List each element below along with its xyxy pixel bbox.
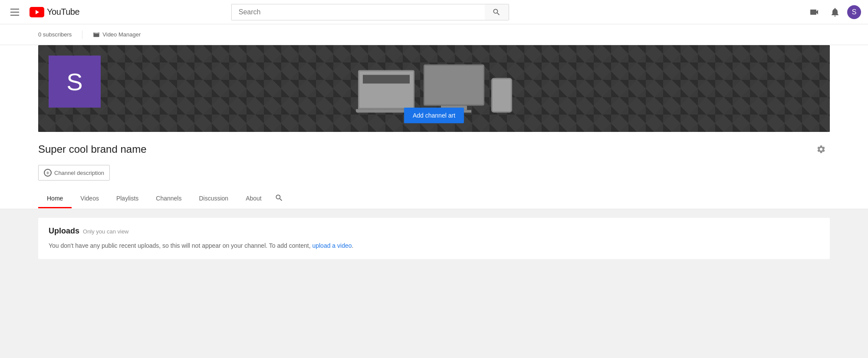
laptop-screen bbox=[358, 70, 414, 109]
youtube-logo[interactable]: YouTube bbox=[30, 7, 79, 17]
laptop-screen-inner bbox=[363, 75, 410, 84]
channel-banner: S Add channel art bbox=[38, 45, 830, 132]
uploads-header: Uploads Only you can view bbox=[49, 227, 819, 236]
tab-about[interactable]: About bbox=[237, 190, 270, 208]
uploads-visibility: Only you can view bbox=[83, 228, 129, 235]
upload-video-link[interactable]: upload a video bbox=[312, 242, 352, 249]
channel-tabs: Home Videos Playlists Channels Discussio… bbox=[38, 189, 830, 209]
tab-channels[interactable]: Channels bbox=[147, 190, 190, 208]
plus-circle-icon: + bbox=[44, 169, 52, 177]
bell-icon bbox=[830, 7, 840, 17]
film-icon bbox=[93, 31, 100, 38]
search-area bbox=[231, 4, 509, 20]
upload-video-button[interactable] bbox=[806, 3, 823, 21]
add-channel-art-button[interactable]: Add channel art bbox=[404, 108, 464, 123]
banner-devices bbox=[356, 65, 512, 113]
device-tv bbox=[424, 65, 484, 113]
header: YouTube S bbox=[0, 0, 868, 24]
notifications-button[interactable] bbox=[826, 3, 844, 21]
hamburger-menu-button[interactable] bbox=[7, 5, 23, 19]
youtube-wordmark: YouTube bbox=[47, 7, 79, 17]
uploads-message-pre: You don't have any public recent uploads… bbox=[49, 242, 311, 249]
user-avatar[interactable]: S bbox=[847, 5, 861, 19]
tab-discussion[interactable]: Discussion bbox=[190, 190, 237, 208]
search-icon bbox=[492, 8, 501, 16]
channel-name-row: Super cool brand name bbox=[38, 141, 830, 158]
sub-header-divider bbox=[82, 30, 82, 39]
channel-name: Super cool brand name bbox=[38, 143, 147, 155]
sub-header: 0 subscribers Video Manager bbox=[0, 24, 868, 45]
video-manager-label: Video Manager bbox=[102, 31, 141, 38]
main-content: Uploads Only you can view You don't have… bbox=[0, 209, 868, 268]
channel-description-button[interactable]: + Channel description bbox=[38, 165, 110, 181]
channel-settings-button[interactable] bbox=[812, 141, 830, 158]
channel-banner-wrapper: S Add channel art bbox=[0, 45, 868, 132]
channel-info: Super cool brand name + Channel descript… bbox=[0, 132, 868, 209]
uploads-section: Uploads Only you can view You don't have… bbox=[38, 218, 830, 259]
uploads-title: Uploads bbox=[49, 227, 79, 236]
youtube-logo-icon bbox=[30, 7, 44, 17]
tab-search-button[interactable] bbox=[270, 189, 288, 209]
tab-videos[interactable]: Videos bbox=[72, 190, 108, 208]
search-tabs-icon bbox=[275, 194, 283, 202]
tab-home[interactable]: Home bbox=[38, 190, 72, 208]
device-laptop bbox=[356, 70, 417, 113]
device-phone bbox=[491, 78, 512, 113]
channel-description-label: Channel description bbox=[54, 170, 104, 176]
channel-avatar-large: S bbox=[49, 56, 101, 108]
subscriber-count: 0 subscribers bbox=[38, 31, 72, 38]
tv-screen bbox=[424, 65, 484, 106]
video-manager-link[interactable]: Video Manager bbox=[93, 31, 141, 38]
uploads-message: You don't have any public recent uploads… bbox=[49, 241, 819, 250]
search-button[interactable] bbox=[485, 4, 509, 20]
header-right-actions: S bbox=[806, 3, 861, 21]
camera-icon bbox=[809, 7, 819, 17]
tab-playlists[interactable]: Playlists bbox=[108, 190, 147, 208]
search-input[interactable] bbox=[231, 4, 485, 20]
gear-icon bbox=[816, 145, 826, 154]
